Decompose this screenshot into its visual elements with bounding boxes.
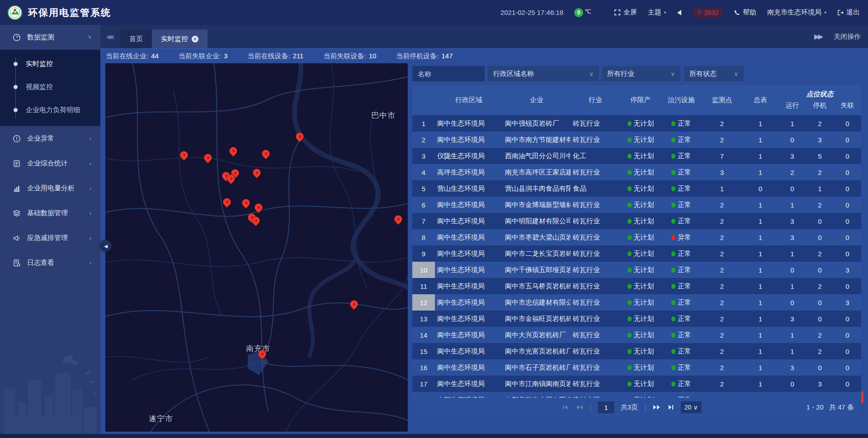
notification-pill[interactable]: 2632 <box>692 8 723 17</box>
row-monitor-points: 2 <box>702 250 742 258</box>
row-disconnected: 0 <box>834 283 861 290</box>
sidebar-item-enterprise-abnormal[interactable]: 企业异常 ‹ <box>0 126 100 151</box>
row-region: 仪陇生态环境局 <box>435 152 503 160</box>
close-operations-button[interactable]: 关闭操作 <box>834 33 861 41</box>
row-stop-status: 无计划 <box>620 233 661 242</box>
row-region: 阆中生态环境局 <box>435 282 503 291</box>
sidebar-item-video-monitor[interactable]: 视频监控 <box>0 75 100 99</box>
table-row[interactable]: 9 阆中生态环境局 阆中市二龙长宝页岩砖 砖瓦行业 无计划 正常 2 1 1 2… <box>412 245 861 262</box>
table-row[interactable]: 18 南部生态环境局 南部县瑞华水泥有限公 建材水泥 无计划 正常 6 0 0 … <box>412 392 861 398</box>
stat-stopped-devices: 当前停机设备: 147 <box>396 52 453 61</box>
record-total-label: 共 47 条 <box>829 403 854 412</box>
prev-page-button[interactable] <box>575 404 583 410</box>
sidebar-item-base-data[interactable]: 基础数据管理 ‹ <box>0 201 100 226</box>
row-industry: 砖瓦行业 <box>571 298 620 307</box>
map-pin[interactable] <box>392 213 404 225</box>
tabs-scroll-left-icon[interactable]: «« <box>107 32 113 42</box>
status-dot-green <box>627 316 632 321</box>
row-stop-status: 无计划 <box>620 119 661 128</box>
map-pin[interactable] <box>202 152 213 163</box>
tab-realtime-monitor[interactable]: 实时监控 ✕ <box>152 29 208 48</box>
table-body: 1 阆中生态环境局 阆中强锐页岩砖厂 砖瓦行业 无计划 正常 2 1 1 2 0… <box>412 115 861 398</box>
fullscreen-icon <box>614 9 621 16</box>
table-row[interactable]: 16 阆中生态环境局 阆中市石子页岩机砖厂 砖瓦行业 无计划 正常 2 1 3 … <box>412 359 861 376</box>
map-canvas[interactable]: 巴中市 南充市 遂宁市 <box>105 63 408 432</box>
row-stopped: 0 <box>806 234 834 241</box>
sidebar-item-enterprise-stats[interactable]: 企业综合统计 ‹ <box>0 151 100 176</box>
region-filter-select[interactable]: 行政区域名称 ∨ <box>488 66 599 81</box>
row-stop-status: 无计划 <box>620 250 661 258</box>
table-row[interactable]: 8 阆中生态环境局 阆中市枣碧大梁山页岩 砖瓦行业 无计划 异常 2 1 3 0… <box>412 229 861 245</box>
last-page-button[interactable] <box>667 404 675 410</box>
table-row[interactable]: 17 阆中生态环境局 阆中市江南镇阆南页岩 砖瓦行业 无计划 正常 2 1 0 … <box>412 376 861 392</box>
table-row[interactable]: 11 阆中生态环境局 阆中市五马桥页岩机砖 砖瓦行业 无计划 正常 2 1 1 … <box>412 278 861 294</box>
tab-home[interactable]: 首页 <box>120 29 152 48</box>
collapse-sidebar-button[interactable]: ◀ <box>100 240 112 252</box>
row-company: 阆中强锐页岩砖厂 <box>503 119 571 128</box>
chevron-down-icon: ▾ <box>664 10 666 15</box>
row-stopped: 2 <box>806 331 834 339</box>
tabs-scroll-right-icon[interactable]: ▶▶ <box>814 33 822 41</box>
sidebar-item-realtime-monitor[interactable]: 实时监控 <box>0 52 100 75</box>
row-total-meter: 1 <box>742 266 778 274</box>
next-page-button[interactable] <box>653 404 661 410</box>
map-pin[interactable] <box>256 348 268 359</box>
row-industry: 砖瓦行业 <box>571 119 620 128</box>
table-row[interactable]: 13 阆中生态环境局 阆中市金福旺页岩机砖 砖瓦行业 无计划 正常 2 1 3 … <box>412 311 861 327</box>
map-pin[interactable] <box>253 202 264 213</box>
sound-mute-button[interactable] <box>677 10 681 15</box>
map-pin[interactable] <box>178 149 189 160</box>
col-disconnected: 失联 <box>834 101 861 110</box>
close-tab-icon[interactable]: ✕ <box>192 36 198 42</box>
sidebar-item-power-analysis[interactable]: 企业用电量分析 ‹ <box>0 176 100 201</box>
table-row[interactable]: 12 阆中生态环境局 阆中市忠信建材有限公 砖瓦行业 无计划 正常 2 1 0 … <box>412 294 861 311</box>
sidebar-item-log-view[interactable]: 日志查看 ‹ <box>0 250 100 275</box>
map-pin[interactable] <box>294 131 305 142</box>
industry-filter-select[interactable]: 所有行业 ∨ <box>602 66 680 81</box>
row-running: 3 <box>778 315 806 323</box>
table-row[interactable]: 15 阆中生态环境局 阆中市光富页岩机砖厂 砖瓦行业 无计划 正常 2 1 1 … <box>412 343 861 359</box>
table-row[interactable]: 14 阆中生态环境局 阆中大兴页岩机砖厂 砖瓦行业 无计划 正常 2 1 1 2… <box>412 327 861 343</box>
current-page-input[interactable]: 1 <box>598 401 614 413</box>
map-pin[interactable] <box>221 196 232 207</box>
first-page-button[interactable] <box>561 404 569 410</box>
divider: | <box>590 403 592 412</box>
map-pin[interactable] <box>348 298 359 310</box>
row-running: 3 <box>778 364 806 372</box>
sidebar-item-power-load-detail[interactable]: 企业电力负荷明细 <box>0 99 100 122</box>
name-filter-input[interactable] <box>412 66 485 81</box>
logout-button[interactable]: 退出 <box>837 8 860 17</box>
table-row[interactable]: 2 阆中生态环境局 阆中市南方节能建材有 砖瓦行业 无计划 正常 2 1 0 3… <box>412 132 861 148</box>
table-row[interactable]: 10 阆中生态环境局 阆中千佛镇五郎垭页岩 砖瓦行业 无计划 正常 2 1 0 … <box>412 262 861 278</box>
fullscreen-button[interactable]: 全屏 <box>614 8 637 17</box>
org-menu[interactable]: 南充市生态环境局 ▾ <box>767 8 826 17</box>
row-company: 阆中市金福旺页岩机砖 <box>503 315 571 323</box>
table-row[interactable]: 5 营山生态环境局 营山县润丰肉食品有限 食品 无计划 正常 1 0 0 1 0 <box>412 180 861 197</box>
prev-page-icon <box>575 404 583 410</box>
table-row[interactable]: 7 阆中生态环境局 阆中明阳建材有限公司 砖瓦行业 无计划 正常 2 1 3 0… <box>412 213 861 229</box>
sidebar-item-emergency-reduction[interactable]: 应急减排管理 ‹ <box>0 226 100 250</box>
table-row[interactable]: 6 阆中生态环境局 阆中市金博瑞新型墙材 砖瓦行业 无计划 正常 2 1 1 2… <box>412 197 861 213</box>
col-company: 企业 <box>503 85 571 115</box>
row-stop-status: 无计划 <box>620 201 661 209</box>
table-row[interactable]: 4 高坪生态环境局 南充市高坪区王家店建 砖瓦行业 无计划 正常 3 1 2 2… <box>412 164 861 180</box>
status-dot-green <box>627 235 632 240</box>
status-filter-select[interactable]: 所有状态 ∨ <box>684 66 744 81</box>
table-row[interactable]: 1 阆中生态环境局 阆中强锐页岩砖厂 砖瓦行业 无计划 正常 2 1 1 2 0 <box>412 115 861 132</box>
facility-status-dot <box>671 316 675 321</box>
map-pin[interactable] <box>260 148 271 159</box>
map-pin[interactable] <box>227 145 239 156</box>
facility-status-dot <box>671 284 675 289</box>
status-dot-green <box>627 381 632 386</box>
row-disconnected: 0 <box>834 348 861 355</box>
map-pin[interactable] <box>240 197 251 208</box>
sidebar-item-data-monitor[interactable]: 数据监测 ˅ <box>0 25 100 50</box>
table-row[interactable]: 3 仪陇生态环境局 西南油气田分公司川中 化工 无计划 正常 7 1 3 5 0 <box>412 148 861 164</box>
page-size-select[interactable]: 20 ∨ <box>681 401 702 413</box>
theme-button[interactable]: 主题 ▾ <box>648 8 666 17</box>
help-button[interactable]: 帮助 <box>734 8 756 17</box>
map-pin[interactable] <box>251 167 262 178</box>
row-stop-status: 无计划 <box>620 298 661 307</box>
row-stop-status: 无计划 <box>620 168 661 177</box>
status-dot-green <box>627 365 632 370</box>
